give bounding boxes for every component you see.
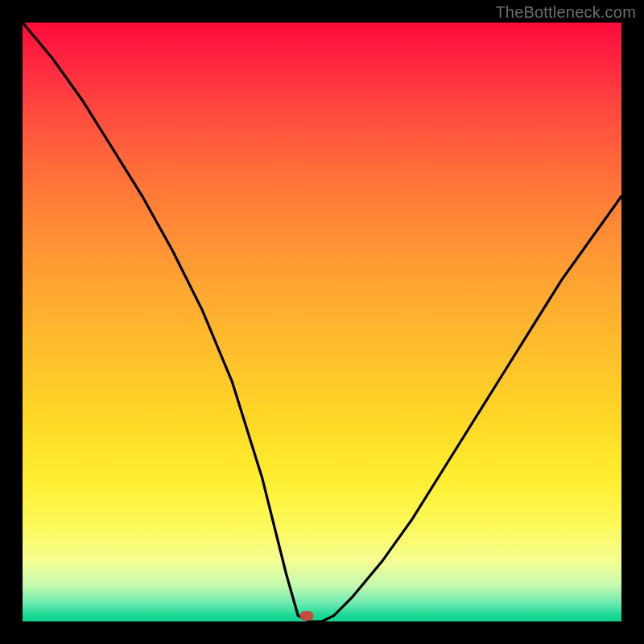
optimal-point-marker — [300, 611, 314, 621]
bottleneck-curve — [23, 23, 621, 621]
plot-area — [23, 23, 621, 621]
watermark-text: TheBottleneck.com — [495, 3, 636, 22]
chart-frame: TheBottleneck.com — [0, 0, 644, 644]
